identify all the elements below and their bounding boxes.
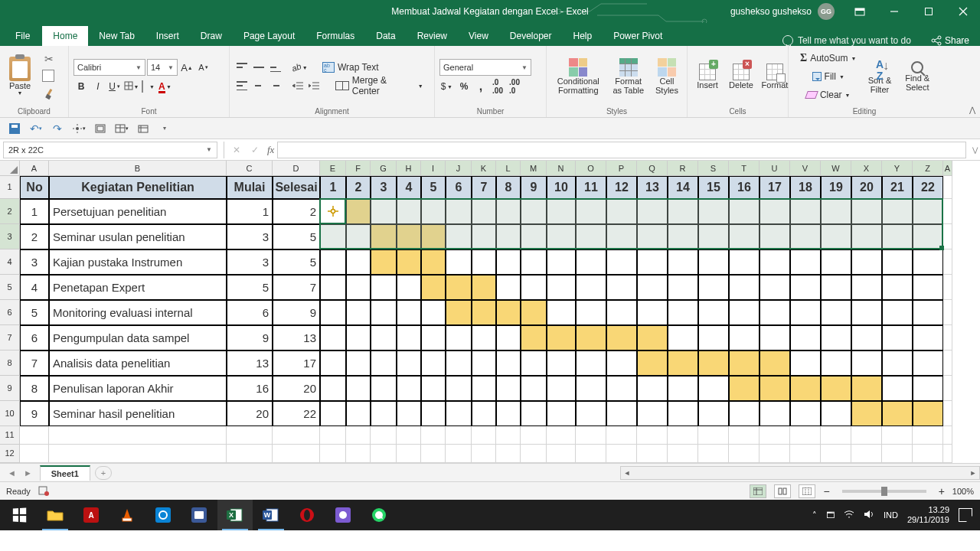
- cell[interactable]: [606, 275, 637, 300]
- cell[interactable]: [371, 401, 397, 426]
- cell[interactable]: Penetapan Expert: [49, 275, 227, 300]
- cell[interactable]: [760, 401, 790, 426]
- cell[interactable]: [882, 350, 913, 376]
- cell[interactable]: [790, 275, 821, 300]
- autosum-button[interactable]: ΣAutoSum▼: [796, 51, 860, 66]
- cell[interactable]: [397, 249, 421, 275]
- cell[interactable]: [821, 325, 851, 350]
- cell[interactable]: [421, 275, 446, 300]
- cell[interactable]: [421, 350, 446, 376]
- cell[interactable]: [547, 275, 576, 300]
- cell[interactable]: Analisis data penelitian: [49, 350, 227, 376]
- decrease-indent-button[interactable]: [290, 78, 305, 93]
- number-format-combo[interactable]: General▼: [439, 59, 531, 76]
- cell[interactable]: 22: [913, 176, 943, 199]
- cell[interactable]: [851, 426, 882, 445]
- page-layout-view-button[interactable]: [774, 484, 791, 498]
- qat-touch-button[interactable]: ▾: [70, 120, 87, 137]
- cell[interactable]: [729, 249, 760, 275]
- cell[interactable]: [637, 325, 668, 350]
- qat-button-6[interactable]: ▾: [113, 120, 130, 137]
- cell[interactable]: [943, 199, 952, 224]
- tab-draw[interactable]: Draw: [190, 26, 233, 46]
- qat-undo-button[interactable]: ↶▾: [28, 120, 44, 137]
- cell[interactable]: [729, 275, 760, 300]
- cell[interactable]: [851, 325, 882, 350]
- tray-wifi-icon[interactable]: [844, 510, 854, 520]
- system-tray[interactable]: ˄ 🗔 IND 13.2929/11/2019: [806, 505, 978, 525]
- cell[interactable]: [668, 350, 698, 376]
- normal-view-button[interactable]: [750, 484, 766, 498]
- tab-review[interactable]: Review: [407, 26, 458, 46]
- cell[interactable]: [320, 249, 346, 275]
- cell[interactable]: [320, 401, 346, 426]
- cell[interactable]: 13: [227, 350, 273, 376]
- cell[interactable]: [729, 426, 760, 445]
- cell[interactable]: 1: [320, 176, 346, 199]
- cell[interactable]: [882, 401, 913, 426]
- cell[interactable]: [421, 224, 446, 249]
- cell[interactable]: 1: [20, 199, 49, 224]
- cell[interactable]: 10: [547, 176, 576, 199]
- cell[interactable]: [446, 376, 472, 401]
- cell[interactable]: 3: [227, 224, 273, 249]
- format-cells-button[interactable]: Format: [760, 62, 790, 91]
- cell[interactable]: [760, 325, 790, 350]
- column-header[interactable]: D: [273, 161, 320, 176]
- cell[interactable]: [698, 199, 729, 224]
- taskbar-acrobat[interactable]: A: [74, 500, 109, 530]
- tab-insert[interactable]: Insert: [145, 26, 190, 46]
- cell[interactable]: [576, 199, 606, 224]
- column-header[interactable]: R: [668, 161, 698, 176]
- cell[interactable]: 6: [20, 325, 49, 350]
- cell[interactable]: [397, 325, 421, 350]
- cell[interactable]: [496, 445, 521, 463]
- cell[interactable]: [637, 275, 668, 300]
- cell[interactable]: 13: [637, 176, 668, 199]
- cell[interactable]: [521, 376, 547, 401]
- cell[interactable]: [851, 224, 882, 249]
- cell[interactable]: 15: [698, 176, 729, 199]
- qat-button-5[interactable]: [92, 120, 109, 137]
- cell[interactable]: [698, 249, 729, 275]
- cell[interactable]: [397, 445, 421, 463]
- font-name-combo[interactable]: Calibri▼: [74, 59, 145, 76]
- user-name[interactable]: gushekso gushekso: [730, 6, 812, 17]
- tell-me[interactable]: Tell me what you want to do: [773, 35, 920, 46]
- cell[interactable]: [547, 426, 576, 445]
- cut-button[interactable]: ✂: [41, 51, 57, 67]
- cell[interactable]: 13: [273, 325, 320, 350]
- cell[interactable]: [446, 325, 472, 350]
- column-header[interactable]: B: [49, 161, 227, 176]
- cell[interactable]: [320, 199, 346, 224]
- cell[interactable]: 7: [20, 350, 49, 376]
- cell[interactable]: [790, 426, 821, 445]
- cell[interactable]: [790, 401, 821, 426]
- sheet-nav-next[interactable]: ►: [21, 467, 35, 479]
- tab-help[interactable]: Help: [563, 26, 603, 46]
- tray-language[interactable]: IND: [884, 510, 898, 520]
- cell[interactable]: [346, 445, 371, 463]
- cell[interactable]: [913, 249, 943, 275]
- row-header[interactable]: 11: [0, 426, 20, 445]
- tab-file[interactable]: File: [3, 26, 42, 46]
- column-header[interactable]: A: [20, 161, 49, 176]
- cell[interactable]: [729, 300, 760, 325]
- cell[interactable]: [421, 376, 446, 401]
- cell[interactable]: No: [20, 176, 49, 199]
- row-header[interactable]: 7: [0, 325, 20, 350]
- column-header[interactable]: M: [521, 161, 547, 176]
- cell[interactable]: [851, 445, 882, 463]
- cell[interactable]: [821, 426, 851, 445]
- cell[interactable]: [576, 300, 606, 325]
- row-header[interactable]: 6: [0, 300, 20, 325]
- cell[interactable]: [760, 445, 790, 463]
- delete-cells-button[interactable]: Delete: [726, 62, 756, 91]
- column-header[interactable]: E: [320, 161, 346, 176]
- cell[interactable]: Kegiatan Penelitian: [49, 176, 227, 199]
- cell[interactable]: [521, 350, 547, 376]
- cell[interactable]: [20, 445, 49, 463]
- cell[interactable]: [547, 300, 576, 325]
- tray-volume-icon[interactable]: [864, 510, 874, 520]
- cell[interactable]: [320, 445, 346, 463]
